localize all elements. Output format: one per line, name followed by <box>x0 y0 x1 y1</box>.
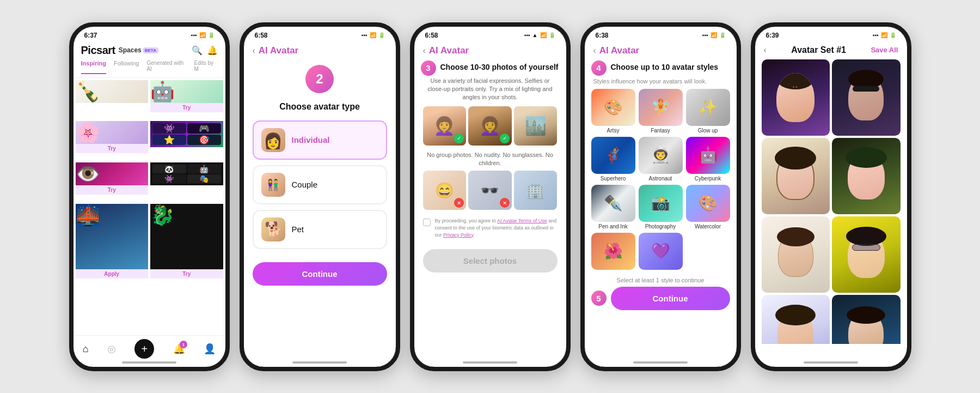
bell-icon[interactable]: 🔔 <box>207 45 218 56</box>
status-icons-2: ▪▪▪ 📶 🔋 <box>362 32 385 38</box>
styles-grid: 🎨 Artsy 🧚 Fantasy ✨ Glow up 🦸 Superhero <box>585 89 737 275</box>
wifi-icon: 📶 <box>540 32 547 38</box>
style-more2[interactable]: 💜 <box>639 233 683 271</box>
back-button-4[interactable]: ‹ <box>593 46 596 56</box>
feed-grid: 🍾 🤖 Try 🌸 Try <box>74 78 225 288</box>
style-glowup[interactable]: ✨ Glow up <box>686 89 730 134</box>
photo-cell-1[interactable]: 👩‍🦱 ✓ <box>423 106 467 146</box>
tab-inspiring[interactable]: Inspiring <box>81 60 106 74</box>
artsy-img: 🎨 <box>591 89 635 126</box>
tab-bar-1: Inspiring Following Generated with AI Ed… <box>74 60 225 78</box>
avatar-result-5[interactable] <box>762 216 830 293</box>
continue-button-4[interactable]: Continue <box>611 287 730 310</box>
tab-generated[interactable]: Generated with AI <box>146 60 186 74</box>
avatar-result-2[interactable] <box>832 59 901 136</box>
time-3: 6:58 <box>425 32 438 39</box>
avatar-result-3[interactable] <box>762 138 830 214</box>
wifi-icon: 📶 <box>370 32 376 38</box>
fantasy-img: 🧚 <box>639 89 683 126</box>
style-more1[interactable]: 🌺 <box>591 233 635 271</box>
tab-edits[interactable]: Edits by M <box>194 60 218 74</box>
photo-cell-5[interactable]: 🕶️ ✕ <box>468 171 512 210</box>
phone-4: 6:38 ▪▪▪ 📶 🔋 ‹ AI Avatar 4 Choose up to … <box>580 22 741 371</box>
avatar-result-1[interactable]: •• <box>762 59 830 136</box>
try-button[interactable]: Try <box>76 185 149 195</box>
back-button-5[interactable]: ‹ <box>764 45 767 55</box>
battery-icon: 🔋 <box>378 32 385 38</box>
photo-check-2: ✓ <box>500 134 510 143</box>
phone-5: 6:39 ▪▪▪ 📶 🔋 ‹ Avatar Set #1 Save All <box>751 22 911 371</box>
status-icons-5: ▪▪▪ 📶 🔋 <box>873 32 896 38</box>
artsy-label: Artsy <box>591 128 635 134</box>
style-photography[interactable]: 📸 Photography <box>639 185 683 229</box>
photo-cell-4[interactable]: 😄 ✕ <box>423 171 467 210</box>
photo-grid-bad: 😄 ✕ 🕶️ ✕ 🏢 <box>414 171 566 213</box>
no-rules-text: No group photos. No nudity. No sunglasse… <box>414 149 566 171</box>
section-title-2: Choose avatar type <box>244 102 396 112</box>
wifi-icon: 📶 <box>199 32 206 38</box>
style-penink[interactable]: ✒️ Pen and Ink <box>591 185 635 229</box>
style-fantasy[interactable]: 🧚 Fantasy <box>639 89 683 134</box>
signal-icon: ▪▪▪ <box>191 32 197 38</box>
avatar-result-8[interactable] <box>832 295 901 344</box>
step-badge-5: 5 <box>591 291 607 306</box>
battery-icon: 🔋 <box>719 32 726 38</box>
avatar-result-6[interactable] <box>832 216 901 293</box>
phone-1: 6:37 ▪▪▪ 📶 🔋 Picsart Spaces BETA 🔍 🔔 <box>69 22 230 371</box>
status-icons-4: ▪▪▪ 📶 🔋 <box>702 32 726 38</box>
explore-nav-icon[interactable]: ◎ <box>107 343 116 355</box>
save-all-button[interactable]: Save All <box>871 46 898 54</box>
consent-text: By proceeding, you agree to AI Avatar Te… <box>435 217 558 238</box>
select-photos-button[interactable]: Select photos <box>423 249 558 273</box>
privacy-link[interactable]: Privacy Policy <box>443 232 474 238</box>
try-button[interactable]: Try <box>76 144 149 153</box>
style-superhero[interactable]: 🦸 Superhero <box>591 137 635 182</box>
notification-nav[interactable]: 🔔 1 <box>173 343 185 355</box>
apply-button[interactable]: Apply <box>76 269 149 279</box>
style-artsy[interactable]: 🎨 Artsy <box>591 89 635 134</box>
continue-button-2[interactable]: Continue <box>253 262 387 286</box>
consent-checkbox[interactable] <box>423 219 431 226</box>
terms-link[interactable]: AI Avatar Terms of Use <box>497 218 547 223</box>
style-watercolor[interactable]: 🎨 Watercolor <box>686 185 730 229</box>
step-badge-3: 3 <box>421 61 436 76</box>
spaces-label: Spaces <box>119 46 142 54</box>
back-header-4: ‹ AI Avatar <box>585 42 737 58</box>
section-title-3: Choose 10-30 photos of yourself <box>440 61 559 74</box>
status-icons-1: ▪▪▪ 📶 🔋 <box>191 32 215 38</box>
create-button[interactable]: + <box>134 339 154 359</box>
back-header-3: ‹ AI Avatar <box>414 42 566 58</box>
list-item: 🌉 Apply <box>76 204 149 286</box>
step-circle-2: 2 <box>305 65 334 93</box>
photo-cell-3[interactable]: 🏙️ <box>514 106 558 146</box>
avatar-type-couple[interactable]: 👫 Couple <box>253 165 387 204</box>
photo-cell-2[interactable]: 👩‍🦱 ✓ <box>468 106 512 146</box>
penink-label: Pen and Ink <box>591 223 635 229</box>
back-button[interactable]: ‹ <box>253 46 255 56</box>
avatar-type-pet[interactable]: 🐕 Pet <box>253 210 387 249</box>
status-bar-3: 6:58 ▪▪▪ ▲ 📶 🔋 <box>414 27 566 42</box>
avatar-result-7[interactable] <box>762 295 830 344</box>
individual-avatar-img: 👩 <box>261 128 285 152</box>
styles-title: Choose up to 10 avatar styles <box>611 61 719 74</box>
try-button[interactable]: Try <box>150 269 223 279</box>
back-button-3[interactable]: ‹ <box>423 46 426 56</box>
try-button[interactable]: Try <box>150 103 223 112</box>
avatar-type-individual[interactable]: 👩 Individual <box>253 120 387 160</box>
astronaut-label: Astronaut <box>639 176 683 182</box>
cyberpunk-label: Cyberpunk <box>686 176 730 182</box>
avatar-result-4[interactable] <box>832 138 901 214</box>
photography-img: 📸 <box>639 185 683 222</box>
style-astronaut[interactable]: 👨‍🚀 Astronaut <box>639 137 683 182</box>
picsart-logo: Picsart <box>81 44 115 57</box>
profile-nav-icon[interactable]: 👤 <box>204 343 216 355</box>
tab-following[interactable]: Following <box>114 60 139 74</box>
time-5: 6:39 <box>766 32 779 39</box>
more2-img: 💜 <box>639 233 683 270</box>
home-nav-icon[interactable]: ⌂ <box>83 343 89 355</box>
style-cyberpunk[interactable]: 🤖 Cyberpunk <box>686 137 730 182</box>
photo-cell-6[interactable]: 🏢 <box>514 171 558 210</box>
list-item: 🐉 Try <box>150 204 223 286</box>
search-icon[interactable]: 🔍 <box>192 45 203 56</box>
photo-grid-good: 👩‍🦱 ✓ 👩‍🦱 ✓ 🏙️ <box>414 106 566 149</box>
